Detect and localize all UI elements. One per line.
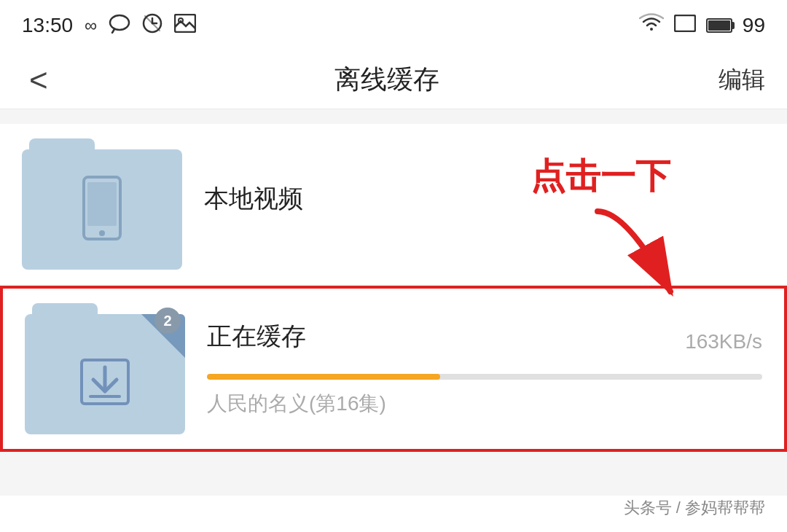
screen-icon [674,14,696,37]
page-title: 离线缓存 [334,62,439,98]
clock-icon [142,13,163,38]
badge-count: 2 [154,308,181,334]
folder-icon-local [22,138,182,270]
edit-button[interactable]: 编辑 [719,64,765,96]
status-right: 99 [639,13,765,39]
caching-subtitle: 人民的名义(第16集) [207,390,762,418]
svg-point-11 [99,230,105,236]
watermark: 头条号 / 参妈帮帮帮 [624,497,765,519]
infinity-icon: ∞ [85,15,97,36]
download-icon [76,342,134,407]
folder-icon-download: 2 [25,303,185,434]
svg-rect-10 [87,182,117,226]
annotation-text: 点击一下 [530,153,670,200]
caching-info: 正在缓存 163KB/s 人民的名义(第16集) [207,320,762,418]
phone-icon [73,173,131,246]
svg-rect-8 [675,15,695,31]
message-icon [109,13,130,38]
svg-line-1 [112,29,114,33]
status-left: 13:50 ∞ [22,13,196,38]
status-bar: 13:50 ∞ [0,0,787,51]
wifi-icon [639,13,664,39]
time-display: 13:50 [22,14,73,37]
arrow-icon [583,197,714,313]
nav-bar: < 离线缓存 编辑 [0,51,787,109]
battery-level: 99 [743,14,765,37]
battery-indicator [706,18,732,33]
svg-point-0 [110,15,129,30]
caching-speed: 163KB/s [685,330,762,353]
back-button[interactable]: < [22,55,55,106]
progress-bar [207,374,762,380]
progress-fill [207,374,440,380]
caching-title: 正在缓存 [207,320,306,353]
image-icon [174,14,196,37]
